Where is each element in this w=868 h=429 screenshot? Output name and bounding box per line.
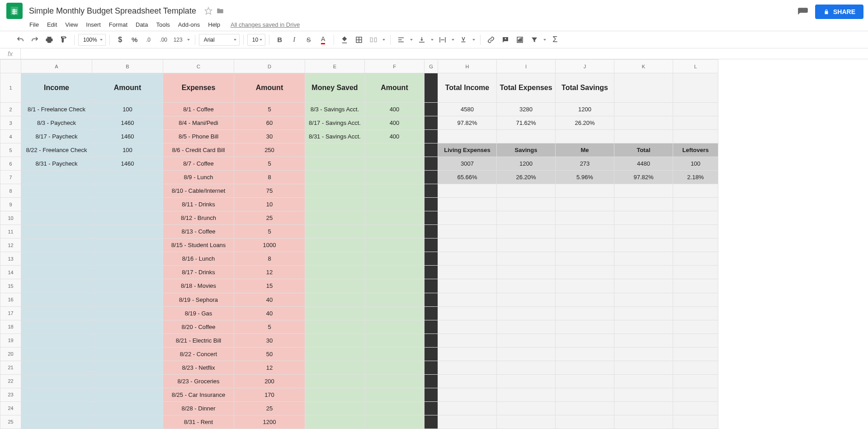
cell-C7[interactable]: 8/9 - Lunch	[163, 171, 234, 184]
cell-D8[interactable]: 75	[234, 184, 305, 198]
currency-button[interactable]: $	[113, 33, 127, 47]
cell-K12[interactable]	[614, 238, 673, 252]
cell-D15[interactable]: 15	[234, 279, 305, 293]
cell-F5[interactable]	[365, 143, 425, 157]
cell-D17[interactable]: 40	[234, 306, 305, 320]
cell-C11[interactable]: 8/13 - Coffee	[163, 225, 234, 238]
cell-J1[interactable]: Total Savings	[556, 73, 614, 103]
row-header-5[interactable]: 5	[0, 143, 21, 157]
cell-A21[interactable]	[21, 361, 92, 374]
cell-B23[interactable]	[92, 388, 163, 401]
cell-A10[interactable]	[21, 211, 92, 225]
cell-I23[interactable]	[497, 388, 556, 401]
cell-G15[interactable]	[425, 279, 438, 293]
cell-E8[interactable]	[305, 184, 365, 198]
cell-B24[interactable]	[92, 401, 163, 415]
col-header-C[interactable]: C	[163, 60, 234, 73]
cell-J20[interactable]	[556, 347, 614, 361]
cell-G8[interactable]	[425, 184, 438, 198]
cell-J8[interactable]	[556, 184, 614, 198]
cell-D18[interactable]: 5	[234, 320, 305, 334]
cell-G7[interactable]	[425, 171, 438, 184]
cell-K9[interactable]	[614, 198, 673, 211]
cell-B10[interactable]	[92, 211, 163, 225]
cell-G21[interactable]	[425, 361, 438, 374]
cell-H19[interactable]	[438, 334, 497, 347]
cell-B21[interactable]	[92, 361, 163, 374]
cell-K22[interactable]	[614, 374, 673, 388]
cell-H1[interactable]: Total Income	[438, 73, 497, 103]
cell-E16[interactable]	[305, 293, 365, 306]
cell-K23[interactable]	[614, 388, 673, 401]
cell-E19[interactable]	[305, 334, 365, 347]
cell-H23[interactable]	[438, 388, 497, 401]
cell-C14[interactable]: 8/17 - Drinks	[163, 266, 234, 279]
v-align-button[interactable]	[415, 33, 429, 47]
col-header-L[interactable]: L	[673, 60, 718, 73]
cell-G22[interactable]	[425, 374, 438, 388]
cell-G4[interactable]	[425, 130, 438, 143]
cell-D24[interactable]: 25	[234, 401, 305, 415]
cell-J23[interactable]	[556, 388, 614, 401]
cell-K17[interactable]	[614, 306, 673, 320]
cell-I20[interactable]	[497, 347, 556, 361]
cell-D14[interactable]: 12	[234, 266, 305, 279]
cell-F23[interactable]	[365, 388, 425, 401]
increase-decimal-button[interactable]: .00	[157, 33, 170, 47]
row-header-20[interactable]: 20	[0, 347, 21, 361]
cell-A4[interactable]: 8/17 - Paycheck	[21, 130, 92, 143]
cell-J6[interactable]: 273	[556, 157, 614, 171]
cell-A22[interactable]	[21, 374, 92, 388]
share-button[interactable]: SHARE	[815, 5, 863, 19]
cell-J16[interactable]	[556, 293, 614, 306]
cell-B17[interactable]	[92, 306, 163, 320]
cell-G2[interactable]	[425, 103, 438, 116]
cell-D6[interactable]: 5	[234, 157, 305, 171]
functions-button[interactable]: Σ	[548, 33, 562, 47]
cell-D12[interactable]: 1000	[234, 238, 305, 252]
row-header-15[interactable]: 15	[0, 279, 21, 293]
row-header-18[interactable]: 18	[0, 320, 21, 334]
cell-C15[interactable]: 8/18 - Movies	[163, 279, 234, 293]
cell-J4[interactable]	[556, 130, 614, 143]
cell-A12[interactable]	[21, 238, 92, 252]
cell-K1[interactable]	[614, 73, 673, 103]
sheets-app-icon[interactable]	[6, 3, 23, 19]
cell-C16[interactable]: 8/19 - Sephora	[163, 293, 234, 306]
h-align-button[interactable]	[394, 33, 408, 47]
cell-C22[interactable]: 8/23 - Groceries	[163, 374, 234, 388]
cell-E17[interactable]	[305, 306, 365, 320]
cell-H15[interactable]	[438, 279, 497, 293]
cell-L11[interactable]	[673, 225, 718, 238]
cell-C24[interactable]: 8/28 - Dinner	[163, 401, 234, 415]
cell-F20[interactable]	[365, 347, 425, 361]
cell-K16[interactable]	[614, 293, 673, 306]
cell-A18[interactable]	[21, 320, 92, 334]
row-header-16[interactable]: 16	[0, 293, 21, 306]
cell-G14[interactable]	[425, 266, 438, 279]
cell-A11[interactable]	[21, 225, 92, 238]
cell-K24[interactable]	[614, 401, 673, 415]
cell-J10[interactable]	[556, 211, 614, 225]
cell-A1[interactable]: Income	[21, 73, 92, 103]
cell-H9[interactable]	[438, 198, 497, 211]
cell-C4[interactable]: 8/5 - Phone Bill	[163, 130, 234, 143]
cell-J17[interactable]	[556, 306, 614, 320]
cell-I12[interactable]	[497, 238, 556, 252]
cell-E22[interactable]	[305, 374, 365, 388]
text-wrap-button[interactable]	[436, 33, 449, 47]
save-status[interactable]: All changes saved in Drive	[231, 21, 300, 28]
row-header-23[interactable]: 23	[0, 388, 21, 401]
cell-K20[interactable]	[614, 347, 673, 361]
cell-E24[interactable]	[305, 401, 365, 415]
col-header-K[interactable]: K	[614, 60, 673, 73]
cell-A24[interactable]	[21, 401, 92, 415]
cell-I17[interactable]	[497, 306, 556, 320]
cell-L9[interactable]	[673, 198, 718, 211]
cell-D5[interactable]: 250	[234, 143, 305, 157]
cell-L16[interactable]	[673, 293, 718, 306]
cell-D19[interactable]: 30	[234, 334, 305, 347]
cell-E5[interactable]	[305, 143, 365, 157]
cell-E13[interactable]	[305, 252, 365, 266]
cell-G16[interactable]	[425, 293, 438, 306]
